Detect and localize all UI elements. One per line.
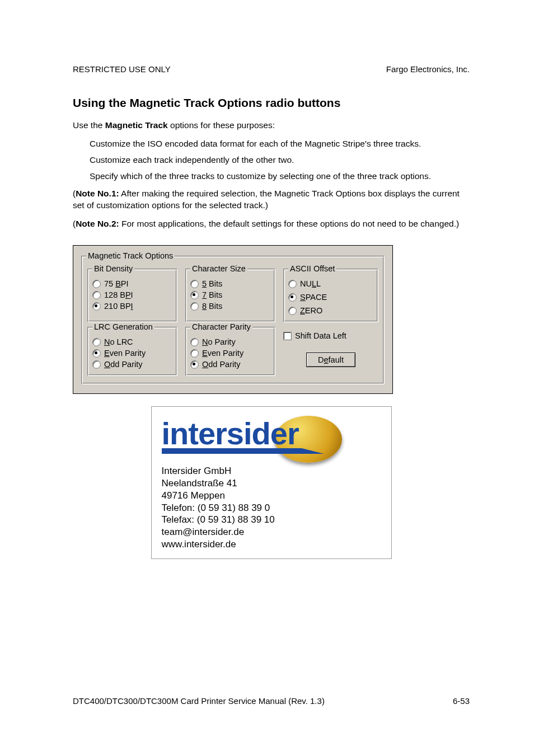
intersider-address: Intersider GmbH Neelandstraße 41 49716 M…	[162, 465, 381, 550]
magnetic-track-options-group: Magnetic Track Options Bit Density 75 BP…	[81, 256, 385, 384]
radio-label: 8 Bits	[202, 302, 222, 311]
radio-icon	[190, 302, 199, 311]
radio-label: NULL	[300, 279, 321, 288]
checkbox-label: Shift Data Left	[295, 331, 346, 340]
radio-7bits[interactable]: 7 Bits	[190, 290, 270, 299]
radio-label: Even Parity	[104, 349, 146, 358]
note-1: (Note No.1: After making the required se…	[73, 188, 470, 212]
radio-space[interactable]: SPACE	[288, 293, 373, 302]
note2-body: For most applications, the default setti…	[119, 219, 459, 228]
group-legend: Bit Density	[92, 264, 134, 273]
radio-label: SPACE	[300, 293, 327, 302]
group-legend: Character Parity	[190, 322, 252, 331]
magnetic-track-options-panel: Magnetic Track Options Bit Density 75 BP…	[73, 245, 393, 394]
radio-zero[interactable]: ZERO	[288, 306, 373, 315]
lrc-generation-group: LRC Generation No LRC Even Parity Odd Pa…	[87, 327, 177, 376]
radio-label: 128 BPI	[104, 290, 133, 299]
options-row-1: Bit Density 75 BPI 128 BPI 210 BPI	[87, 264, 378, 322]
address-line: Intersider GmbH	[162, 465, 381, 477]
radio-210bpi[interactable]: 210 BPI	[92, 302, 172, 311]
checkbox-icon	[283, 332, 292, 340]
radio-icon	[92, 349, 101, 358]
bullet-item: Specify which of the three tracks to cus…	[90, 171, 470, 182]
section-heading: Using the Magnetic Track Options radio b…	[73, 96, 470, 110]
logo-wordmark: intersider	[162, 418, 299, 449]
radio-parity-odd[interactable]: Odd Parity	[190, 360, 270, 369]
right-controls: Shift Data Left Default	[283, 322, 378, 376]
address-line: Telefax: (0 59 31) 88 39 10	[162, 514, 381, 526]
radio-icon	[190, 360, 199, 369]
intro-post: options for these purposes:	[168, 120, 275, 130]
radio-icon	[190, 291, 199, 299]
shift-data-left-checkbox[interactable]: Shift Data Left	[283, 331, 378, 340]
note1-label: Note No.1:	[76, 189, 119, 198]
radio-label: Odd Parity	[202, 360, 241, 369]
footer-right: 6-53	[453, 696, 470, 706]
ascii-offset-group: ASCII Offset NULL SPACE ZERO	[283, 269, 378, 322]
default-button[interactable]: Default	[306, 353, 355, 367]
radio-8bits[interactable]: 8 Bits	[190, 302, 270, 311]
radio-label: 75 BPI	[104, 279, 129, 288]
intersider-contact-box: intersider Intersider GmbH Neelandstraße…	[151, 406, 392, 558]
radio-icon	[288, 293, 297, 302]
radio-label: No Parity	[202, 337, 236, 346]
options-row-2: LRC Generation No LRC Even Parity Odd Pa…	[87, 322, 378, 376]
intro-paragraph: Use the Magnetic Track options for these…	[73, 120, 470, 132]
page: RESTRICTED USE ONLY Fargo Electronics, I…	[0, 0, 534, 756]
note-2: (Note No.2: For most applications, the d…	[73, 218, 470, 230]
bullet-item: Customize each track independently of th…	[90, 154, 470, 166]
radio-lrc-even[interactable]: Even Parity	[92, 349, 172, 358]
intro-pre: Use the	[73, 120, 105, 130]
radio-label: 210 BPI	[104, 302, 133, 311]
radio-icon	[92, 360, 101, 369]
intro-bold: Magnetic Track	[105, 120, 168, 130]
intersider-logo: intersider	[162, 414, 381, 462]
radio-icon	[92, 338, 101, 346]
radio-icon	[190, 349, 199, 358]
address-line: 49716 Meppen	[162, 490, 381, 502]
note1-body: After making the required selection, the…	[73, 189, 460, 210]
radio-icon	[288, 307, 297, 315]
address-line: Neelandstraße 41	[162, 477, 381, 490]
address-line: Telefon: (0 59 31) 88 39 0	[162, 502, 381, 514]
character-size-group: Character Size 5 Bits 7 Bits 8 Bits	[185, 269, 275, 322]
group-legend: Magnetic Track Options	[86, 251, 175, 260]
radio-icon	[92, 291, 101, 299]
radio-label: 7 Bits	[202, 290, 222, 299]
bullet-item: Customize the ISO encoded data format fo…	[90, 138, 470, 150]
radio-parity-even[interactable]: Even Parity	[190, 349, 270, 358]
address-line: www.intersider.de	[162, 538, 381, 551]
logo-bar-icon	[162, 448, 324, 454]
radio-label: 5 Bits	[202, 279, 222, 288]
radio-icon	[92, 280, 101, 288]
radio-icon	[92, 302, 101, 311]
header-right: Fargo Electronics, Inc.	[386, 64, 470, 74]
radio-5bits[interactable]: 5 Bits	[190, 279, 270, 288]
radio-label: Even Parity	[202, 349, 243, 358]
group-legend: Character Size	[190, 264, 247, 273]
address-line: team@intersider.de	[162, 526, 381, 538]
radio-75bpi[interactable]: 75 BPI	[92, 279, 172, 288]
page-footer: DTC400/DTC300/DTC300M Card Printer Servi…	[73, 696, 470, 706]
radio-null[interactable]: NULL	[288, 279, 373, 288]
bit-density-group: Bit Density 75 BPI 128 BPI 210 BPI	[87, 269, 177, 322]
radio-icon	[190, 280, 199, 288]
radio-lrc-odd[interactable]: Odd Parity	[92, 360, 172, 369]
radio-label: ZERO	[300, 306, 322, 315]
header-left: RESTRICTED USE ONLY	[73, 64, 171, 74]
radio-label: No LRC	[104, 337, 133, 346]
radio-no-lrc[interactable]: No LRC	[92, 337, 172, 346]
page-header: RESTRICTED USE ONLY Fargo Electronics, I…	[73, 64, 470, 74]
character-parity-group: Character Parity No Parity Even Parity O…	[185, 327, 275, 376]
bullet-list: Customize the ISO encoded data format fo…	[73, 138, 470, 182]
footer-left: DTC400/DTC300/DTC300M Card Printer Servi…	[73, 696, 325, 706]
radio-icon	[190, 338, 199, 346]
note2-label: Note No.2:	[76, 219, 119, 228]
group-legend: LRC Generation	[92, 322, 154, 331]
radio-label: Odd Parity	[104, 360, 143, 369]
radio-no-parity[interactable]: No Parity	[190, 337, 270, 346]
radio-128bpi[interactable]: 128 BPI	[92, 290, 172, 299]
radio-icon	[288, 280, 297, 288]
group-legend: ASCII Offset	[288, 264, 336, 273]
